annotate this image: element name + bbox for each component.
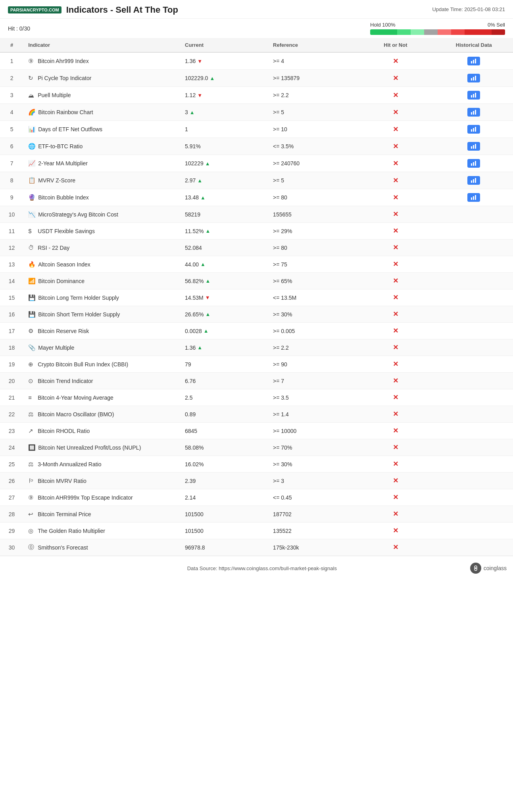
- table-row: 25⚖3-Month Annualized Ratio16.02%>= 30%✕: [0, 456, 513, 473]
- table-row: 30⓪Smithson's Forecast96978.8175k-230k✕: [0, 539, 513, 556]
- indicator-icon: 💾: [28, 294, 36, 301]
- indicator-icon: 📉: [28, 211, 36, 218]
- chart-button[interactable]: [467, 142, 480, 151]
- chart-button[interactable]: [467, 125, 480, 134]
- cell-indicator: ⑨Bitcoin AHR999x Top Escape Indicator: [23, 489, 180, 506]
- indicator-icon: ≡: [28, 394, 35, 401]
- current-value-text: 44.00: [185, 261, 199, 268]
- cell-historical: [435, 406, 513, 423]
- hit-x-icon: ✕: [393, 244, 398, 251]
- svg-rect-16: [473, 145, 474, 149]
- cell-current: 79: [180, 356, 268, 373]
- indicator-icon: 📈: [28, 160, 36, 167]
- logo-box: PARSIANCRYPTO.COM: [8, 6, 61, 13]
- cell-current: 2.14: [180, 489, 268, 506]
- cell-indicator: 🌐ETF-to-BTC Ratio: [23, 138, 180, 155]
- svg-rect-18: [471, 163, 472, 166]
- cell-num: 3: [0, 87, 23, 104]
- trend-up-icon: ▲: [206, 228, 211, 234]
- indicator-name: RSI - 22 Day: [38, 245, 69, 251]
- cell-num: 20: [0, 373, 23, 389]
- indicator-name: ETF-to-BTC Ratio: [38, 143, 83, 149]
- table-row: 2↻Pi Cycle Top Indicator102229.0▲>= 1358…: [0, 70, 513, 87]
- col-header-hit: Hit or Not: [356, 38, 434, 52]
- cell-reference: >= 30%: [268, 306, 356, 323]
- indicator-name: Bitcoin Ahr999 Index: [38, 58, 88, 64]
- cell-current: 52.084: [180, 239, 268, 256]
- trend-up-icon: ▲: [197, 345, 202, 350]
- indicator-icon: ⊕: [28, 361, 35, 368]
- indicator-icon: ⚖: [28, 461, 35, 468]
- svg-rect-21: [471, 180, 472, 183]
- cell-num: 17: [0, 323, 23, 339]
- cell-indicator: 🔥Altcoin Season Index: [23, 256, 180, 273]
- cell-reference: >= 4: [268, 52, 356, 70]
- chart-button[interactable]: [467, 176, 480, 185]
- cell-reference: >= 75: [268, 256, 356, 273]
- chart-button[interactable]: [467, 108, 480, 117]
- cell-current: 5.91%: [180, 138, 268, 155]
- trend-up-icon: ▲: [200, 261, 206, 267]
- cell-historical: [435, 206, 513, 223]
- chart-button[interactable]: [467, 193, 480, 202]
- cell-current: 6845: [180, 423, 268, 439]
- table-row: 9🔮Bitcoin Bubble Index13.48▲>= 80✕: [0, 189, 513, 206]
- table-row: 6🌐ETF-to-BTC Ratio5.91%<= 3.5%✕: [0, 138, 513, 155]
- cell-hit: ✕: [356, 273, 434, 289]
- chart-button[interactable]: [467, 74, 480, 82]
- gauge-labels: Hold 100% 0% Sell: [370, 22, 505, 28]
- cell-current: 1.12▼: [180, 87, 268, 104]
- current-value-text: 79: [185, 361, 191, 368]
- cell-reference: >= 240760: [268, 155, 356, 172]
- cell-current: 0.89: [180, 406, 268, 423]
- cell-reference: >= 80: [268, 239, 356, 256]
- cell-indicator: ↩Bitcoin Terminal Price: [23, 506, 180, 523]
- cell-indicator: 💾Bitcoin Short Term Holder Supply: [23, 306, 180, 323]
- indicator-name: Altcoin Season Index: [38, 261, 90, 268]
- cell-num: 13: [0, 256, 23, 273]
- cell-hit: ✕: [356, 423, 434, 439]
- page-title: Indicators - Sell At The Top: [66, 5, 178, 15]
- svg-rect-0: [471, 61, 472, 63]
- cell-current: 0.0028▲: [180, 323, 268, 339]
- table-row: 1⑨Bitcoin Ahr999 Index1.36▼>= 4✕: [0, 52, 513, 70]
- current-value-text: 2.14: [185, 494, 196, 501]
- footer: Data Source: https://www.coinglass.com/b…: [0, 556, 513, 580]
- indicator-icon: 🌈: [28, 109, 36, 116]
- chart-button[interactable]: [467, 159, 480, 168]
- chart-button[interactable]: [467, 57, 480, 65]
- cell-reference: >= 30%: [268, 456, 356, 473]
- sub-header: Hit : 0/30 Hold 100% 0% Sell: [0, 19, 513, 38]
- hit-x-icon: ✕: [393, 227, 398, 235]
- trend-up-icon: ▲: [204, 328, 209, 334]
- chart-button[interactable]: [467, 91, 480, 100]
- cell-indicator: $USDT Flexible Savings: [23, 223, 180, 239]
- indicator-name: Bitcoin MVRV Ratio: [38, 478, 86, 484]
- cell-hit: ✕: [356, 539, 434, 556]
- cell-current: 2.97▲: [180, 172, 268, 189]
- col-header-indicator: Indicator: [23, 38, 180, 52]
- trend-up-icon: ▲: [200, 195, 206, 201]
- svg-rect-14: [475, 127, 476, 132]
- current-value-text: 1.36: [185, 58, 196, 64]
- table-row: 4🌈Bitcoin Rainbow Chart3▲>= 5✕: [0, 104, 513, 121]
- cell-num: 18: [0, 339, 23, 356]
- cell-historical: [435, 423, 513, 439]
- cell-current: 16.02%: [180, 456, 268, 473]
- cell-indicator: 📈2-Year MA Multiplier: [23, 155, 180, 172]
- cell-reference: >= 0.005: [268, 323, 356, 339]
- svg-rect-15: [471, 146, 472, 149]
- cell-historical: [435, 104, 513, 121]
- hit-x-icon: ✕: [393, 310, 398, 318]
- cell-hit: ✕: [356, 489, 434, 506]
- cell-num: 22: [0, 406, 23, 423]
- hit-x-icon: ✕: [393, 194, 398, 201]
- table-row: 27⑨Bitcoin AHR999x Top Escape Indicator2…: [0, 489, 513, 506]
- cell-reference: <= 3.5%: [268, 138, 356, 155]
- table-row: 14📶Bitcoin Dominance56.82%▲>= 65%✕: [0, 273, 513, 289]
- cell-historical: [435, 339, 513, 356]
- svg-rect-23: [475, 178, 476, 183]
- cell-num: 25: [0, 456, 23, 473]
- cell-current: 58219: [180, 206, 268, 223]
- current-value-text: 52.084: [185, 245, 202, 251]
